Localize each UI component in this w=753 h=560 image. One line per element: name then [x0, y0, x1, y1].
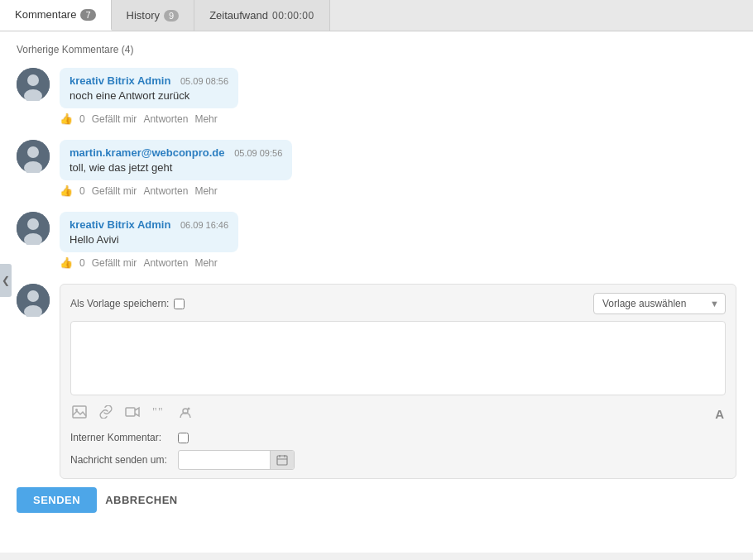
comment-text: toll, wie das jetzt geht [70, 161, 282, 174]
svg-point-10 [27, 290, 39, 302]
internal-comment-checkbox[interactable] [178, 433, 189, 443]
user-avatar-icon [17, 284, 50, 317]
font-format-icon[interactable]: A [715, 407, 724, 421]
reply-button[interactable]: Antworten [143, 113, 188, 125]
main-content: Vorherige Kommentare (4) kreativ Bitrix … [0, 31, 753, 553]
thumbs-up-icon: 👍 [60, 184, 73, 197]
comments-list: kreativ Bitrix Admin 05.09 08:56 noch ei… [17, 68, 736, 269]
send-at-row: Nachricht senden um: [70, 450, 726, 470]
avatar [17, 212, 50, 245]
more-button[interactable]: Mehr [194, 185, 217, 197]
reply-form-container: Als Vorlage speichern: Vorlage auswählen… [60, 284, 736, 479]
table-row: martin.kramer@webconpro.de 05.09 09:56 t… [17, 140, 736, 197]
comment-content: kreativ Bitrix Admin 05.09 08:56 noch ei… [60, 68, 238, 125]
sidebar-toggle[interactable]: ❮ [0, 264, 12, 297]
toolbar-left: "" [72, 405, 193, 422]
svg-point-1 [27, 74, 39, 86]
template-select-wrap: Vorlage auswählen ▼ [593, 293, 726, 314]
comment-time: 05.09 08:56 [180, 76, 228, 86]
tab-zeitaufwand-timer: 00:00:00 [272, 10, 314, 22]
svg-point-7 [27, 218, 39, 230]
comment-actions: 👍 0 Gefällt mir Antworten Mehr [60, 256, 238, 269]
user-avatar-icon [17, 140, 50, 173]
form-top-row: Als Vorlage speichern: Vorlage auswählen… [70, 293, 726, 314]
comment-author: kreativ Bitrix Admin [70, 74, 170, 87]
avatar [17, 140, 50, 173]
comment-bubble: kreativ Bitrix Admin 06.09 16:46 Hello A… [60, 212, 238, 252]
user-avatar-icon [17, 212, 50, 245]
video-icon[interactable] [125, 405, 140, 422]
quote-icon[interactable]: "" [151, 405, 166, 422]
comment-likes: 0 [79, 257, 85, 269]
reply-form: Als Vorlage speichern: Vorlage auswählen… [17, 284, 736, 479]
table-row: kreativ Bitrix Admin 06.09 16:46 Hello A… [17, 212, 736, 269]
tab-history[interactable]: History 9 [112, 0, 195, 31]
tab-zeitaufwand[interactable]: Zeitaufwand 00:00:00 [194, 0, 330, 31]
template-save-label: Als Vorlage speichern: [70, 298, 185, 309]
prev-comments-link[interactable]: Vorherige Kommentare (4) [17, 44, 736, 55]
tab-kommentare-badge: 7 [80, 9, 95, 21]
internal-comment-label: Interner Kommentar: [70, 432, 170, 443]
cancel-button[interactable]: ABBRECHEN [105, 494, 178, 506]
tab-kommentare[interactable]: Kommentare 7 [0, 0, 112, 31]
date-input-field[interactable] [179, 451, 270, 469]
user-avatar-icon [17, 68, 50, 101]
tab-kommentare-label: Kommentare [15, 8, 76, 21]
internal-comment-input [178, 433, 189, 443]
reply-text-editor[interactable] [70, 321, 726, 395]
comment-time: 06.09 16:46 [180, 220, 228, 230]
form-buttons: SENDEN ABBRECHEN [17, 479, 736, 513]
template-label-text: Als Vorlage speichern: [70, 298, 169, 309]
comment-bubble: martin.kramer@webconpro.de 05.09 09:56 t… [60, 140, 292, 180]
thumbs-up-icon: 👍 [60, 256, 73, 269]
reply-button[interactable]: Antworten [143, 257, 188, 269]
svg-point-4 [27, 146, 39, 158]
svg-rect-19 [277, 456, 287, 465]
reply-avatar [17, 284, 50, 317]
comment-likes: 0 [79, 185, 85, 197]
reply-button[interactable]: Antworten [143, 185, 188, 197]
tab-history-badge: 9 [164, 10, 179, 22]
comment-actions: 👍 0 Gefällt mir Antworten Mehr [60, 184, 292, 197]
svg-text:": " [152, 406, 157, 419]
comment-actions: 👍 0 Gefällt mir Antworten Mehr [60, 112, 238, 125]
avatar [17, 68, 50, 101]
internal-comment-row: Interner Kommentar: [70, 432, 726, 443]
comment-text: Hello Avivi [70, 233, 228, 246]
calendar-icon[interactable] [270, 451, 294, 469]
comment-author: kreativ Bitrix Admin [70, 218, 170, 231]
table-row: kreativ Bitrix Admin 05.09 08:56 noch ei… [17, 68, 736, 125]
tab-zeitaufwand-label: Zeitaufwand [209, 9, 268, 22]
comment-time: 05.09 09:56 [234, 148, 282, 158]
tab-history-label: History [127, 9, 160, 22]
date-picker[interactable] [178, 450, 295, 470]
svg-point-18 [188, 408, 190, 410]
svg-rect-14 [126, 408, 135, 416]
comment-text: noch eine Antwort zurück [70, 89, 228, 102]
more-button[interactable]: Mehr [194, 113, 217, 125]
thumbs-up-icon: 👍 [60, 112, 73, 125]
comment-bubble: kreativ Bitrix Admin 05.09 08:56 noch ei… [60, 68, 238, 108]
svg-text:": " [158, 406, 163, 419]
editor-toolbar: "" A [70, 402, 726, 425]
like-button[interactable]: Gefällt mir [92, 257, 137, 269]
tabs-bar: Kommentare 7 History 9 Zeitaufwand 00:00… [0, 0, 753, 31]
template-select[interactable]: Vorlage auswählen [593, 293, 726, 314]
comment-author: martin.kramer@webconpro.de [70, 146, 225, 159]
chevron-left-icon: ❮ [2, 275, 10, 286]
like-button[interactable]: Gefällt mir [92, 185, 137, 197]
more-button[interactable]: Mehr [194, 257, 217, 269]
send-at-label: Nachricht senden um: [70, 454, 170, 466]
link-icon[interactable] [98, 405, 113, 422]
comment-content: martin.kramer@webconpro.de 05.09 09:56 t… [60, 140, 292, 197]
mention-icon[interactable] [178, 405, 193, 422]
image-icon[interactable] [72, 405, 87, 422]
send-button[interactable]: SENDEN [17, 487, 97, 513]
svg-rect-12 [73, 406, 86, 418]
template-save-checkbox[interactable] [174, 299, 185, 309]
like-button[interactable]: Gefällt mir [92, 113, 137, 125]
send-at-input [178, 450, 295, 470]
comment-content: kreativ Bitrix Admin 06.09 16:46 Hello A… [60, 212, 238, 269]
comment-likes: 0 [79, 113, 85, 125]
